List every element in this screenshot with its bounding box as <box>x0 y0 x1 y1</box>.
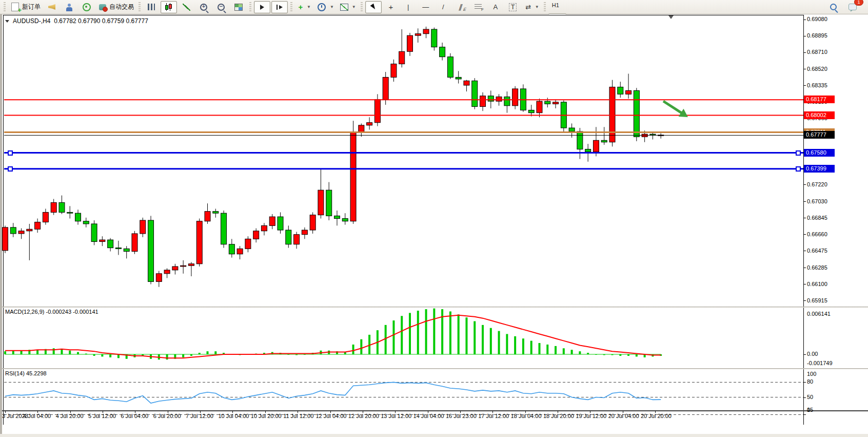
candle-body <box>545 101 550 104</box>
candle-body <box>83 221 89 224</box>
arrows-tool-button[interactable]: ⇄▼ <box>522 1 541 13</box>
candle-body <box>472 81 478 106</box>
candle-body <box>626 90 632 94</box>
candle-body <box>108 240 113 248</box>
candle-body <box>229 244 234 254</box>
price-axis-tick: 0.66845 <box>807 215 827 221</box>
macd-histogram-bar <box>36 350 38 354</box>
new-order-icon <box>11 3 19 11</box>
search-icon <box>830 4 837 10</box>
periods-button[interactable]: ▼ <box>314 1 336 13</box>
price-axis-tick: 0.66475 <box>807 248 827 254</box>
fibonacci-tool-button[interactable] <box>470 1 486 13</box>
new-order-label: 新订单 <box>22 3 41 11</box>
candle-body <box>310 215 315 230</box>
new-order-button[interactable]: 新订单 <box>8 1 43 13</box>
candle-body <box>294 235 300 244</box>
time-axis-label: 12 Jul 20:00 <box>348 413 379 419</box>
auto-scroll-button[interactable] <box>254 1 270 13</box>
add-indicator-icon: + <box>297 3 304 12</box>
alerts-button[interactable] <box>44 1 60 13</box>
trendline-tool-button[interactable]: / <box>435 1 451 13</box>
candle-body <box>205 212 210 221</box>
macd-histogram-bar <box>595 354 597 355</box>
horizontal-line-icon: — <box>422 3 430 12</box>
candle-body <box>431 29 437 47</box>
chart-shift-marker-icon[interactable] <box>668 15 674 19</box>
candle-body <box>213 212 219 213</box>
candle-body <box>237 249 243 254</box>
templates-button[interactable]: ▼ <box>337 1 358 13</box>
candle-body <box>374 100 380 123</box>
macd-histogram-bar <box>546 345 548 354</box>
time-axis-label: 10 Jul 04:00 <box>218 413 249 419</box>
candle-body <box>407 35 413 51</box>
crosshair-tool-button[interactable]: + <box>383 1 399 13</box>
auto-trading-button[interactable]: 自动交易 <box>96 1 136 13</box>
macd-histogram-bar <box>109 354 111 357</box>
cursor-icon <box>370 4 377 11</box>
horn-icon <box>48 4 55 10</box>
price-line-tag-0.68002: 0.68002 <box>804 111 835 119</box>
vertical-line-tool-button[interactable]: | <box>400 1 417 13</box>
rsi-line <box>5 382 661 403</box>
candle-body <box>148 220 154 281</box>
price-axis-tick-mark <box>803 218 806 218</box>
price-axis-tick: 0.67220 <box>807 181 827 187</box>
chart-shift-button[interactable] <box>271 1 288 13</box>
candle-body <box>261 225 267 231</box>
macd-histogram-bar <box>482 325 484 354</box>
zoom-in-button[interactable]: + <box>195 1 212 13</box>
market-watch-button[interactable] <box>61 1 77 13</box>
price-axis-tick: 0.68335 <box>807 82 827 88</box>
candle-body <box>593 140 599 151</box>
price-axis-tick-mark <box>803 300 806 301</box>
annotation-arrow-shaft <box>663 101 682 113</box>
candle-body <box>383 77 388 99</box>
cursor-tool-button[interactable] <box>365 1 382 13</box>
candle-body <box>75 213 81 221</box>
notifications-button[interactable]: 1 <box>844 1 861 13</box>
chart-dropdown-arrow-icon[interactable] <box>5 20 9 23</box>
macd-histogram-bar <box>449 311 451 354</box>
dropdown-arrow-icon: ▼ <box>535 5 539 9</box>
hline-handle[interactable] <box>796 166 801 172</box>
rsi-axis-tick-mark <box>803 397 806 398</box>
candle-body <box>464 81 469 85</box>
chart-window[interactable]: 0.690800.688950.687100.685200.683350.681… <box>0 14 868 437</box>
zoom-out-button[interactable]: − <box>213 1 229 13</box>
toolbar-grip <box>139 2 141 12</box>
hline-handle[interactable] <box>796 150 801 156</box>
macd-histogram-bar <box>61 349 63 354</box>
candle-body <box>51 202 56 212</box>
search-button[interactable] <box>825 1 841 13</box>
price-chart-canvas[interactable] <box>0 14 868 437</box>
time-axis-label: 6 Jul 20:00 <box>153 413 181 419</box>
channel-tool-button[interactable]: ∥ <box>452 1 469 13</box>
candlestick-chart-button[interactable] <box>161 1 177 13</box>
tile-windows-button[interactable] <box>230 1 247 13</box>
indicators-button[interactable]: +▼ <box>295 1 313 13</box>
macd-histogram-bar <box>465 317 467 354</box>
macd-histogram-bar <box>579 351 581 354</box>
dropdown-arrow-icon: ▼ <box>307 5 311 9</box>
bar-chart-button[interactable] <box>143 1 160 13</box>
candle-body <box>318 190 324 215</box>
candle-body <box>391 64 397 78</box>
equidistant-channel-icon: ∥ <box>455 3 466 12</box>
macd-histogram-bar <box>392 320 394 354</box>
candle-body <box>367 123 372 125</box>
text-label-tool-button[interactable]: T <box>505 1 521 13</box>
mt4-window: 新订单 自动交易 + − +▼ ▼ ▼ + | — / ∥ A T ⇄▼ <box>0 0 868 437</box>
text-tool-button[interactable]: A <box>487 1 504 13</box>
zoom-in-icon: + <box>200 4 207 11</box>
hline-handle[interactable] <box>8 166 13 172</box>
macd-indicator-label: MACD(12,26,9) -0.000243 -0.000141 <box>5 309 98 315</box>
line-chart-button[interactable] <box>178 1 194 13</box>
hline-handle[interactable] <box>8 150 13 156</box>
timeframe-button-H1[interactable]: H1 <box>548 1 566 13</box>
signals-button[interactable] <box>78 1 95 13</box>
horizontal-line-tool-button[interactable]: — <box>418 1 434 13</box>
auto-trading-icon <box>99 4 106 10</box>
candle-body <box>188 264 194 265</box>
